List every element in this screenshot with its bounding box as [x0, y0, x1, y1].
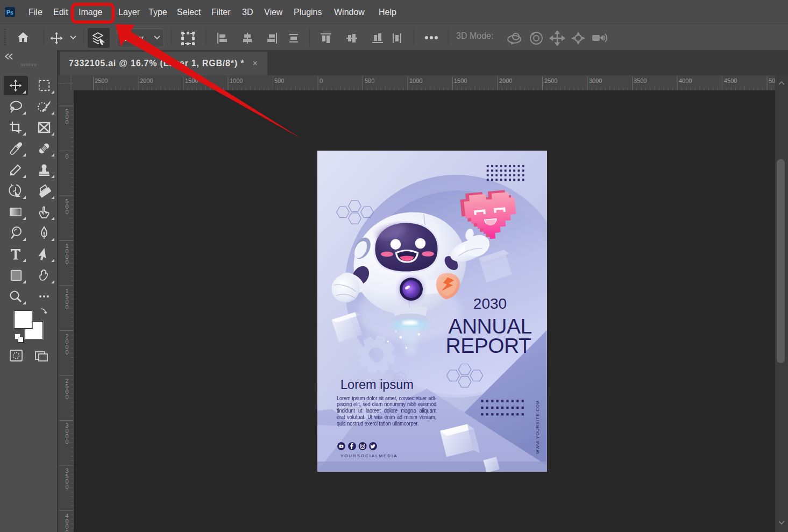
svg-text:2030: 2030: [473, 295, 507, 312]
svg-text:Ps: Ps: [6, 9, 13, 16]
svg-text:YOURSOCIALMEDIA: YOURSOCIALMEDIA: [340, 453, 397, 458]
svg-text:Lorem ipsum: Lorem ipsum: [340, 378, 414, 392]
svg-text:REPORT: REPORT: [446, 334, 531, 357]
svg-text:WWW.YOURSITE.COM: WWW.YOURSITE.COM: [535, 400, 540, 454]
